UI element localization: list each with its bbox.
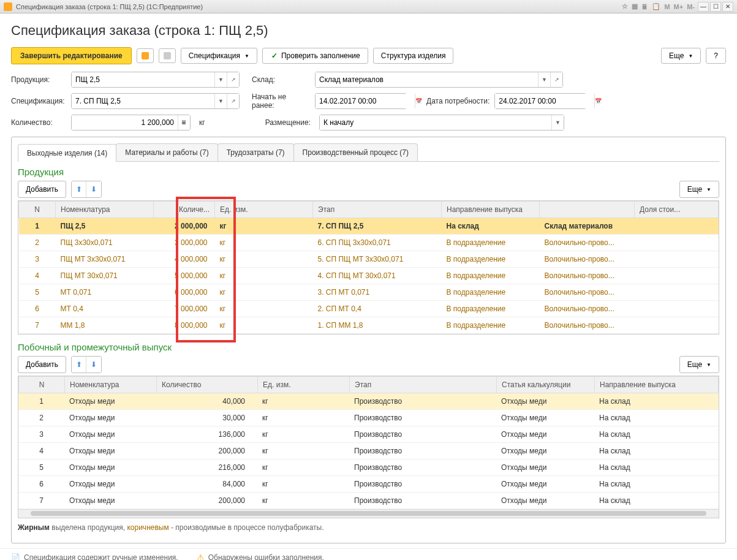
table-row[interactable]: 1ПЩ 2,52 000,000кг7. СП ПЩ 2,5На складСк… <box>19 218 719 235</box>
scrollbar-thumb[interactable] <box>31 511 706 516</box>
need-input[interactable] <box>495 94 594 108</box>
th-dir2[interactable] <box>540 202 635 218</box>
table-row[interactable]: 5МТ 0,0716 000,000кг3. СП МТ 0,071В подр… <box>19 284 719 301</box>
th2-dir[interactable]: Направление выпуска <box>595 377 719 393</box>
cal-icon[interactable]: 📋 <box>650 2 662 10</box>
th-cost[interactable]: Доля стои... <box>635 202 719 218</box>
maximize-button[interactable]: ☐ <box>710 2 721 12</box>
warning-icon: ⚠ <box>197 553 205 560</box>
spec-dropdown[interactable]: Спецификация▼ <box>181 48 257 64</box>
m-plus-button[interactable]: M+ <box>672 3 686 10</box>
th2-unit[interactable]: Ед. изм. <box>258 377 350 393</box>
table-row[interactable]: 4ПЩ МТ 30х0,0715 000,000кг4. СП ПЩ МТ 30… <box>19 268 719 284</box>
unlock-icon <box>164 52 171 59</box>
th2-stage[interactable]: Этап <box>350 377 497 393</box>
product-open-btn[interactable]: ↗ <box>227 72 239 87</box>
cell-cost <box>635 235 719 251</box>
tab-labor[interactable]: Трудозатраты (7) <box>217 143 294 161</box>
product-dropdown-btn[interactable]: ▼ <box>214 72 227 87</box>
cell-cost <box>635 218 719 235</box>
spec-open-btn[interactable]: ↗ <box>227 94 239 108</box>
lock-icon <box>142 52 149 59</box>
qty-calc-btn[interactable]: 🖩 <box>178 115 190 130</box>
finish-edit-button[interactable]: Завершить редактирование <box>11 47 132 64</box>
move-up-button[interactable]: ⬆ <box>72 181 86 197</box>
table2-scroll[interactable]: 1Отходы меди40,000кгПроизводствоОтходы м… <box>18 393 719 509</box>
table-row[interactable]: 7Отходы меди200,000кгПроизводствоОтходы … <box>18 493 719 509</box>
th2-n[interactable]: N <box>19 377 65 393</box>
th2-nom[interactable]: Номенклатура <box>65 377 157 393</box>
unlock-button[interactable] <box>159 48 176 63</box>
table-row[interactable]: 2ПЩ 3х30х0,0713 000,000кг6. СП ПЩ 3х30х0… <box>19 235 719 251</box>
help-button[interactable]: ? <box>706 48 726 64</box>
cell-qty: 7 000,000 <box>154 301 215 317</box>
tab-process[interactable]: Производственный процесс (7) <box>293 143 418 161</box>
title-bar: Спецификация заказа (строка 1: ПЩ 2,5) (… <box>0 0 737 13</box>
th-unit[interactable]: Ед. изм. <box>215 202 313 218</box>
start-cal-btn[interactable]: 📅 <box>415 94 422 108</box>
fav-icon[interactable]: ☆ <box>620 2 630 10</box>
tab-output[interactable]: Выходные изделия (14) <box>18 144 116 162</box>
product-input[interactable] <box>72 72 214 87</box>
more-button[interactable]: Еще▼ <box>661 48 701 64</box>
warehouse-open-btn[interactable]: ↗ <box>550 72 562 87</box>
cell-unit: кг <box>257 426 349 443</box>
tab-materials[interactable]: Материалы и работы (7) <box>116 143 217 161</box>
th2-calc[interactable]: Статья калькуляции <box>497 377 595 393</box>
structure-button[interactable]: Структура изделия <box>373 48 454 64</box>
start-input-group: 📅 <box>315 93 407 109</box>
table-row[interactable]: 3ПЩ МТ 3х30х0,0714 000,000кг5. СП ПЩ МТ … <box>19 251 719 268</box>
arrow-group-1: ⬆ ⬇ <box>71 181 102 198</box>
spec-input[interactable] <box>72 94 214 108</box>
more-label-1: Еще <box>687 185 702 194</box>
th-qty[interactable]: Количе... <box>154 202 215 218</box>
check-fill-button[interactable]: ✓Проверить заполнение <box>262 48 368 64</box>
cell-qty: 40,000 <box>156 393 257 410</box>
spec-dropdown-btn[interactable]: ▼ <box>214 94 227 108</box>
table-row[interactable]: 7ММ 1,88 000,000кг1. СП ММ 1,8В подразде… <box>19 317 719 334</box>
need-cal-btn[interactable]: 📅 <box>594 94 602 108</box>
th-dir[interactable]: Направление выпуска <box>442 202 540 218</box>
cell-unit: кг <box>215 317 313 334</box>
cell-nom: Отходы меди <box>64 460 156 476</box>
spec-input-group: ▼ ↗ <box>71 93 240 109</box>
table-row[interactable]: 5Отходы меди216,000кгПроизводствоОтходы … <box>18 460 719 476</box>
th-stage[interactable]: Этап <box>313 202 442 218</box>
th2-qty[interactable]: Количество <box>157 377 258 393</box>
th-nom[interactable]: Номенклатура <box>56 202 154 218</box>
warehouse-dropdown-btn[interactable]: ▼ <box>538 72 550 87</box>
placement-input[interactable] <box>320 115 551 130</box>
minimize-button[interactable]: — <box>698 2 709 12</box>
table-row[interactable]: 6МТ 0,47 000,000кг2. СП МТ 0,4В подразде… <box>19 301 719 317</box>
cell-n: 4 <box>18 443 64 460</box>
horizontal-scrollbar[interactable] <box>18 509 719 518</box>
cell-stage: Производство <box>349 460 496 476</box>
move-up-button-2[interactable]: ⬆ <box>72 357 86 373</box>
table-row[interactable]: 6Отходы меди84,000кгПроизводствоОтходы м… <box>18 476 719 493</box>
table-row[interactable]: 3Отходы меди136,000кгПроизводствоОтходы … <box>18 426 719 443</box>
cell-unit: кг <box>215 218 313 235</box>
m-button[interactable]: M <box>662 3 671 10</box>
lock-button[interactable] <box>137 48 154 63</box>
close-button[interactable]: ✕ <box>722 2 733 12</box>
cell-qty: 30,000 <box>156 410 257 426</box>
move-down-button[interactable]: ⬇ <box>86 181 101 197</box>
table-row[interactable]: 4Отходы меди200,000кгПроизводствоОтходы … <box>18 443 719 460</box>
cell-dir2: Склад материалов <box>540 218 635 235</box>
start-input[interactable] <box>316 94 415 108</box>
move-down-button-2[interactable]: ⬇ <box>86 357 101 373</box>
cell-n: 2 <box>18 410 64 426</box>
placement-dropdown-btn[interactable]: ▼ <box>551 115 564 130</box>
more-button-1[interactable]: Еще▼ <box>679 181 719 198</box>
tool-icon-1[interactable]: ▦ <box>630 2 640 10</box>
more-button-2[interactable]: Еще▼ <box>679 356 719 373</box>
add-button-1[interactable]: Добавить <box>18 181 66 198</box>
m-minus-button[interactable]: M- <box>685 3 697 10</box>
calc-icon[interactable]: 🖩 <box>640 3 650 10</box>
add-button-2[interactable]: Добавить <box>18 356 66 373</box>
warehouse-input[interactable] <box>316 72 538 87</box>
th-n[interactable]: N <box>19 202 56 218</box>
table-row[interactable]: 1Отходы меди40,000кгПроизводствоОтходы м… <box>18 393 719 410</box>
qty-input[interactable] <box>72 115 178 130</box>
table-row[interactable]: 2Отходы меди30,000кгПроизводствоОтходы м… <box>18 410 719 426</box>
